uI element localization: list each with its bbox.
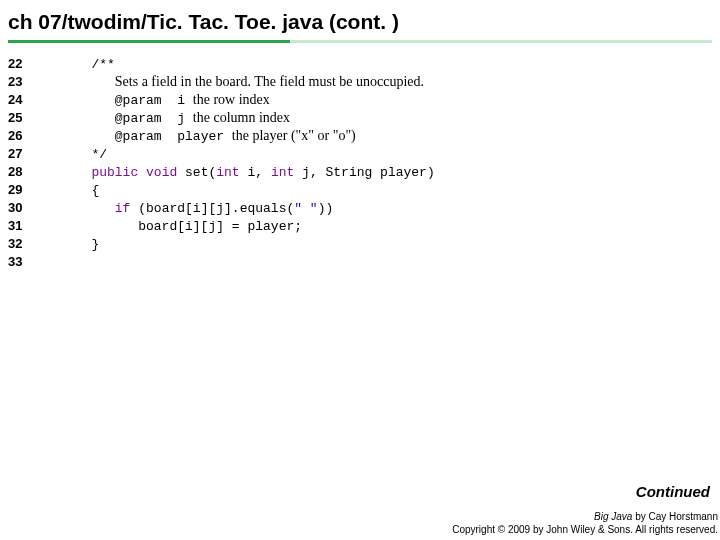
code-text: (board[i][j].equals( [130,201,294,216]
code-text: /** [68,57,115,72]
code-text: */ [68,147,107,162]
doc-tag: @param j [115,111,193,126]
code-text: i, [240,165,271,180]
code-text [68,75,115,90]
doc-text: the player ("x" or "o") [232,128,356,143]
keyword: int [271,165,294,180]
code-text [138,165,146,180]
doc-text: the column index [193,110,290,125]
copyright: Copyright © 2009 by John Wiley & Sons. A… [452,523,718,536]
line-number: 30 [8,199,48,217]
doc-text: Sets a field in the board. The field mus… [115,74,424,89]
footer-line: Big Java by Cay Horstmann [452,510,718,523]
line-number: 25 [8,109,48,127]
footer: Big Java by Cay Horstmann Copyright © 20… [452,510,718,536]
code-content: /** Sets a field in the board. The field… [48,55,712,271]
code-text: j, String player) [294,165,434,180]
line-number: 29 [8,181,48,199]
doc-tag: @param player [115,129,232,144]
code-text [68,93,115,108]
doc-text: the row index [193,92,270,107]
code-text [68,111,115,126]
code-text: } [68,237,99,252]
line-number: 27 [8,145,48,163]
continued-label: Continued [636,483,710,500]
code-text: )) [318,201,334,216]
string-literal: " " [294,201,317,216]
doc-tag: @param i [115,93,193,108]
code-text [68,201,115,216]
line-number: 24 [8,91,48,109]
page-title: ch 07/twodim/Tic. Tac. Toe. java (cont. … [0,0,720,40]
line-number: 28 [8,163,48,181]
code-text: { [68,183,99,198]
line-number: 31 [8,217,48,235]
keyword: void [146,165,177,180]
code-text [68,165,91,180]
keyword: int [216,165,239,180]
line-number: 22 [8,55,48,73]
book-title: Big Java [594,511,632,522]
code-text: set( [177,165,216,180]
title-rule [8,40,712,43]
line-number: 23 [8,73,48,91]
keyword: if [115,201,131,216]
keyword: public [91,165,138,180]
code-text [68,129,115,144]
author: by Cay Horstmann [632,511,718,522]
code-text: board[i][j] = player; [68,219,302,234]
line-number-gutter: 22 23 24 25 26 27 28 29 30 31 32 33 [8,55,48,271]
code-block: 22 23 24 25 26 27 28 29 30 31 32 33 /** … [0,55,720,271]
line-number: 33 [8,253,48,271]
line-number: 26 [8,127,48,145]
line-number: 32 [8,235,48,253]
